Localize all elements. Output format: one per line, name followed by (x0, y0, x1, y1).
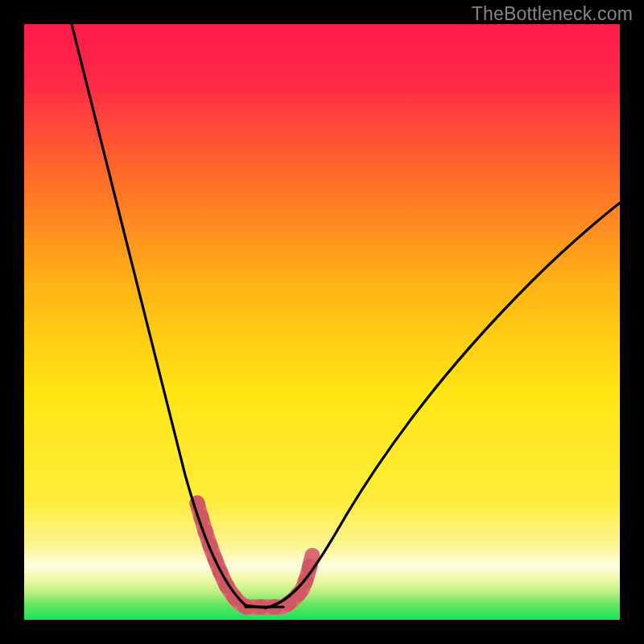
chart-frame: TheBottleneck.com (0, 0, 644, 644)
curve-left (72, 24, 266, 608)
curve-right (266, 203, 620, 608)
watermark-text: TheBottleneck.com (472, 3, 633, 25)
plot-area (24, 24, 620, 620)
chart-curves (24, 24, 620, 620)
